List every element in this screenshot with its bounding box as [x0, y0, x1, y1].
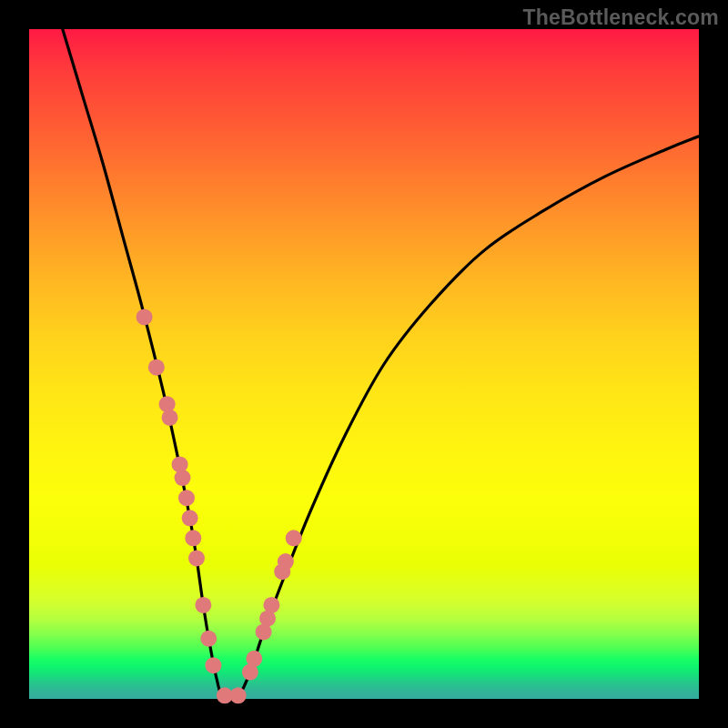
highlight-dot: [263, 597, 279, 613]
highlight-dot: [230, 687, 247, 703]
highlight-dot: [175, 470, 191, 486]
watermark-label: TheBottleneck.com: [522, 5, 719, 30]
highlight-dot: [178, 490, 195, 506]
highlight-dot: [182, 510, 198, 526]
highlight-dot: [205, 657, 221, 673]
curve-layer: [29, 29, 699, 699]
highlight-dots: [136, 308, 302, 703]
highlight-dot: [195, 597, 211, 613]
highlight-dot: [185, 530, 201, 546]
highlight-dot: [200, 631, 217, 647]
highlight-dot: [136, 308, 153, 325]
highlight-dot: [278, 553, 294, 570]
highlight-dot: [188, 550, 205, 566]
highlight-dot: [246, 651, 262, 667]
highlight-dot: [148, 359, 165, 376]
chart-frame: TheBottleneck.com: [0, 0, 728, 728]
highlight-dot: [286, 530, 302, 546]
highlight-dot: [162, 410, 178, 426]
